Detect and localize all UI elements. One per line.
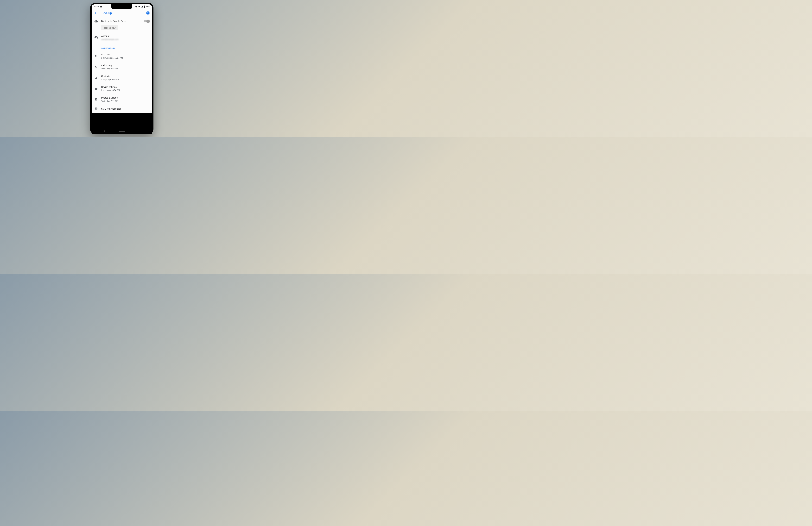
item-subtitle: Yesterday, 7:11 PM: [101, 100, 149, 103]
item-title: Device settings: [101, 86, 149, 89]
backup-toggle[interactable]: [144, 20, 149, 23]
backup-item-app-data[interactable]: App data 0 minutes ago, 11:17 AM: [92, 51, 152, 61]
item-title: App data: [101, 53, 149, 56]
system-nav-bar: [92, 128, 152, 134]
nav-back-icon[interactable]: [104, 130, 105, 132]
page-title: Backup: [102, 11, 146, 15]
nav-home-pill[interactable]: [118, 131, 125, 132]
backup-toggle-label: Back up to Google Drive: [101, 20, 141, 23]
item-subtitle: 3 days ago, 8:03 PM: [101, 78, 149, 81]
phone-screen: 11:18 84%: [92, 4, 152, 113]
signal-icon: [141, 6, 143, 8]
status-time: 11:18: [94, 5, 99, 8]
account-label: Account: [101, 34, 149, 38]
phone-frame: 11:18 84%: [90, 3, 154, 134]
back-button[interactable]: [94, 11, 98, 15]
backup-item-device-settings[interactable]: Device settings 6 hours ago, 4:54 AM: [92, 83, 152, 94]
gear-icon: [95, 87, 98, 90]
backup-item-sms[interactable]: SMS text messages: [92, 105, 152, 111]
svg-point-1: [96, 37, 97, 38]
account-icon: [95, 36, 98, 40]
app-header: Backup ?: [92, 9, 152, 17]
backup-now-button[interactable]: Back up now: [101, 25, 118, 30]
backup-item-contacts[interactable]: Contacts 3 days ago, 8:03 PM: [92, 72, 152, 83]
item-subtitle: Yesterday, 8:48 PM: [101, 68, 149, 70]
toggle-knob: [146, 20, 150, 23]
item-subtitle: 6 hours ago, 4:54 AM: [101, 89, 149, 92]
backup-toggle-row[interactable]: Back up to Google Drive: [92, 17, 152, 25]
cloud-icon: [100, 6, 102, 8]
item-title: Call history: [101, 64, 149, 67]
active-backups-header: Active backups: [92, 44, 152, 51]
phone-icon: [95, 65, 98, 69]
apps-icon: [95, 55, 98, 58]
backup-item-call-history[interactable]: Call history Yesterday, 8:48 PM: [92, 62, 152, 72]
help-icon[interactable]: ?: [146, 11, 149, 15]
person-icon: [95, 76, 98, 79]
vibrate-icon: [135, 6, 137, 8]
battery-percent: 84%: [146, 5, 149, 8]
battery-icon: [144, 5, 145, 8]
content-scroll[interactable]: Back up to Google Drive Back up now Acco…: [92, 17, 152, 113]
item-title: Photos & videos: [101, 96, 149, 100]
backup-item-photos[interactable]: Photos & videos Yesterday, 7:11 PM: [92, 94, 152, 105]
item-title: Contacts: [101, 75, 149, 78]
account-email: user@example.com: [101, 38, 149, 41]
sms-icon: [95, 107, 98, 111]
item-title: SMS text messages: [101, 107, 149, 111]
item-subtitle: 0 minutes ago, 11:17 AM: [101, 57, 149, 59]
wifi-icon: [138, 6, 141, 8]
cloud-done-icon: [95, 19, 98, 23]
account-row[interactable]: Account user@example.com: [92, 32, 152, 43]
image-icon: [95, 98, 98, 101]
display-notch: [111, 4, 132, 9]
